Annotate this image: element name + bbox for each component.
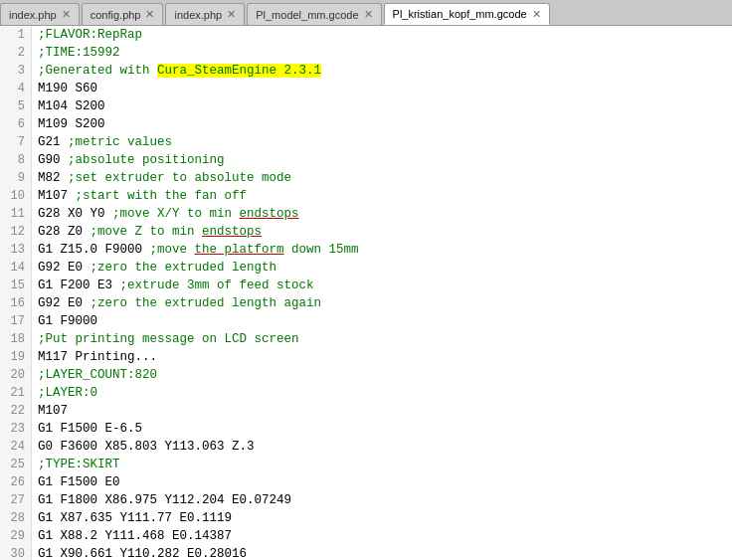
inline-comment: ;zero the extruded length again — [91, 296, 322, 310]
line-content: G1 F1800 X86.975 Y112.204 E0.07249 — [32, 491, 297, 509]
line-content: ;LAYER_COUNT:820 — [32, 366, 163, 384]
line-content: M117 Printing... — [32, 348, 163, 366]
table-row: 26G1 F1500 E0 — [0, 473, 732, 491]
inline-comment: ;absolute positioning — [68, 153, 225, 167]
line-content: ;Generated with Cura_SteamEngine 2.3.1 — [32, 62, 327, 80]
table-row: 2;TIME:15992 — [0, 44, 732, 62]
inline-comment: ;set extruder to absolute mode — [68, 171, 291, 185]
line-content: G1 X88.2 Y111.468 E0.14387 — [32, 527, 238, 545]
line-content: G1 X90.661 Y110.282 E0.28016 — [32, 545, 253, 560]
tab-label-tab5: Pl_kristian_kopf_mm.gcode — [393, 8, 527, 20]
line-number: 7 — [0, 133, 32, 151]
line-number: 16 — [0, 294, 32, 312]
line-content: ;TYPE:SKIRT — [32, 456, 126, 473]
table-row: 20;LAYER_COUNT:820 — [0, 366, 732, 384]
table-row: 1;FLAVOR:RepRap — [0, 26, 732, 44]
table-row: 18;Put printing message on LCD screen — [0, 330, 732, 348]
tab-label-tab4: Pl_model_mm.gcode — [256, 9, 358, 21]
platform-keyword: the platform — [195, 243, 284, 257]
tab-close-tab5[interactable]: ✕ — [532, 8, 541, 21]
line-content: G92 E0 ;zero the extruded length — [32, 259, 282, 277]
line-number: 4 — [0, 80, 32, 97]
tab-close-tab2[interactable]: ✕ — [145, 8, 154, 21]
line-number: 20 — [0, 366, 32, 384]
line-content: M190 S60 — [32, 80, 103, 97]
table-row: 29G1 X88.2 Y111.468 E0.14387 — [0, 527, 732, 545]
line-content: G28 Z0 ;move Z to min endstops — [32, 223, 268, 241]
table-row: 12G28 Z0 ;move Z to min endstops — [0, 223, 732, 241]
line-number: 14 — [0, 259, 32, 277]
line-number: 11 — [0, 205, 32, 223]
table-row: 21;LAYER:0 — [0, 384, 732, 402]
line-number: 1 — [0, 26, 32, 44]
table-row: 19M117 Printing... — [0, 348, 732, 366]
line-content: G1 F1500 E0 — [32, 473, 126, 491]
line-number: 18 — [0, 330, 32, 348]
table-row: 4M190 S60 — [0, 80, 732, 97]
table-row: 17G1 F9000 — [0, 312, 732, 330]
line-number: 19 — [0, 348, 32, 366]
table-row: 11G28 X0 Y0 ;move X/Y to min endstops — [0, 205, 732, 223]
tab-label-tab2: config.php — [91, 9, 141, 21]
line-content: M82 ;set extruder to absolute mode — [32, 169, 297, 187]
line-number: 13 — [0, 241, 32, 259]
line-content: G21 ;metric values — [32, 133, 178, 151]
table-row: 23G1 F1500 E-6.5 — [0, 420, 732, 438]
line-number: 26 — [0, 473, 32, 491]
line-content: ;FLAVOR:RepRap — [32, 26, 148, 44]
line-number: 22 — [0, 402, 32, 420]
line-number: 8 — [0, 151, 32, 169]
tab-tab5[interactable]: Pl_kristian_kopf_mm.gcode✕ — [384, 3, 550, 25]
tab-tab2[interactable]: config.php✕ — [82, 3, 164, 25]
tab-close-tab4[interactable]: ✕ — [364, 8, 373, 21]
table-row: 6M109 S200 — [0, 115, 732, 133]
line-content: G1 F1500 E-6.5 — [32, 420, 148, 438]
table-row: 3;Generated with Cura_SteamEngine 2.3.1 — [0, 62, 732, 80]
inline-comment: ;zero the extruded length — [91, 261, 277, 275]
tab-close-tab3[interactable]: ✕ — [227, 8, 236, 21]
line-number: 10 — [0, 187, 32, 205]
tab-close-tab1[interactable]: ✕ — [62, 8, 71, 21]
endstops-keyword: endstops — [240, 207, 299, 221]
table-row: 28G1 X87.635 Y111.77 E0.1119 — [0, 509, 732, 527]
line-number: 17 — [0, 312, 32, 330]
line-number: 27 — [0, 491, 32, 509]
table-row: 30G1 X90.661 Y110.282 E0.28016 — [0, 545, 732, 560]
table-row: 27G1 F1800 X86.975 Y112.204 E0.07249 — [0, 491, 732, 509]
endstops-keyword: endstops — [202, 225, 262, 239]
table-row: 24G0 F3600 X85.803 Y113.063 Z.3 — [0, 438, 732, 456]
table-row: 16G92 E0 ;zero the extruded length again — [0, 294, 732, 312]
tab-tab4[interactable]: Pl_model_mm.gcode✕ — [247, 3, 381, 25]
highlight-cura: Cura_SteamEngine 2.3.1 — [157, 64, 321, 78]
tab-bar: index.php✕config.php✕index.php✕Pl_model_… — [0, 0, 732, 26]
line-content: ;TIME:15992 — [32, 44, 126, 62]
line-content: G90 ;absolute positioning — [32, 151, 231, 169]
table-row: 13G1 Z15.0 F9000 ;move the platform down… — [0, 241, 732, 259]
line-number: 29 — [0, 527, 32, 545]
inline-comment: ;start with the fan off — [76, 189, 248, 203]
table-row: 10M107 ;start with the fan off — [0, 187, 732, 205]
line-number: 9 — [0, 169, 32, 187]
line-content: ;LAYER:0 — [32, 384, 103, 402]
line-number: 30 — [0, 545, 32, 560]
line-number: 5 — [0, 97, 32, 115]
inline-comment: ;extrude 3mm of feed stock — [120, 279, 314, 292]
line-number: 24 — [0, 438, 32, 456]
line-number: 23 — [0, 420, 32, 438]
tab-tab3[interactable]: index.php✕ — [165, 3, 245, 25]
editor[interactable]: 1;FLAVOR:RepRap2;TIME:159923;Generated w… — [0, 26, 732, 560]
inline-comment: ;metric values — [68, 135, 172, 149]
table-row: 5M104 S200 — [0, 97, 732, 115]
tab-tab1[interactable]: index.php✕ — [0, 3, 80, 25]
line-content: G1 X87.635 Y111.77 E0.1119 — [32, 509, 238, 527]
line-content: M107 — [32, 402, 74, 420]
line-content: G1 Z15.0 F9000 ;move the platform down 1… — [32, 241, 365, 259]
line-content: G28 X0 Y0 ;move X/Y to min endstops — [32, 205, 305, 223]
line-content: G1 F9000 — [32, 312, 103, 330]
line-content: M107 ;start with the fan off — [32, 187, 253, 205]
line-number: 2 — [0, 44, 32, 62]
line-number: 28 — [0, 509, 32, 527]
table-row: 22M107 — [0, 402, 732, 420]
line-content: G0 F3600 X85.803 Y113.063 Z.3 — [32, 438, 261, 456]
line-number: 12 — [0, 223, 32, 241]
